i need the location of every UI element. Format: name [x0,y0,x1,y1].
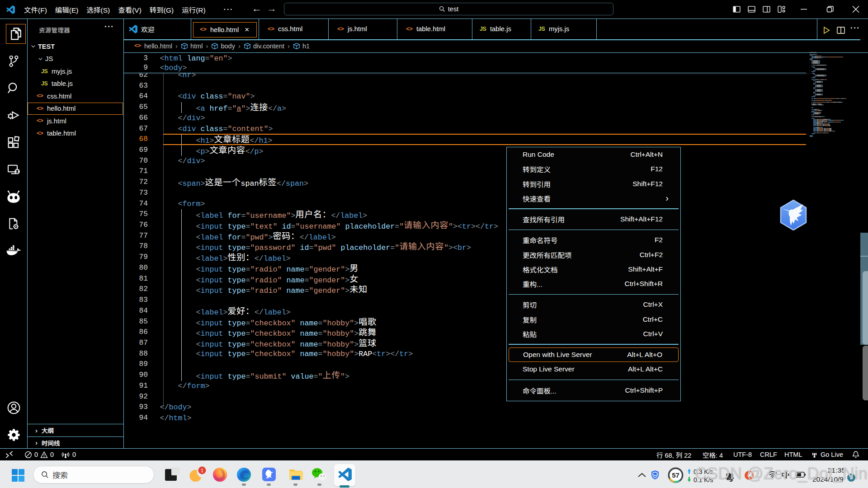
svg-text:1: 1 [201,468,203,473]
svg-text:57: 57 [672,471,679,479]
